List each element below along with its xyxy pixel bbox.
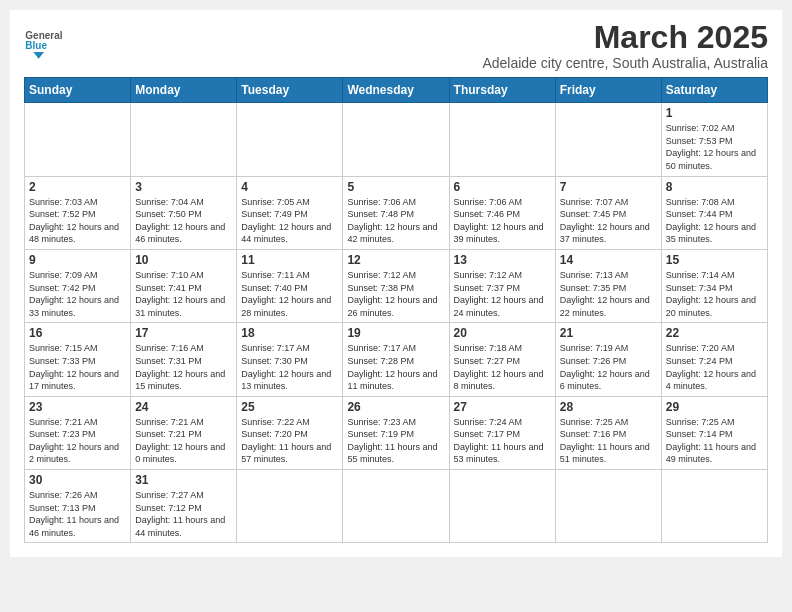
- day-info: Sunrise: 7:21 AM Sunset: 7:23 PM Dayligh…: [29, 416, 126, 466]
- day-number: 10: [135, 253, 232, 267]
- day-number: 15: [666, 253, 763, 267]
- day-number: 18: [241, 326, 338, 340]
- day-info: Sunrise: 7:18 AM Sunset: 7:27 PM Dayligh…: [454, 342, 551, 392]
- day-number: 21: [560, 326, 657, 340]
- title-block: March 2025 Adelaide city centre, South A…: [482, 20, 768, 71]
- day-number: 12: [347, 253, 444, 267]
- day-info: Sunrise: 7:17 AM Sunset: 7:28 PM Dayligh…: [347, 342, 444, 392]
- calendar-day: 23Sunrise: 7:21 AM Sunset: 7:23 PM Dayli…: [25, 396, 131, 469]
- page-subtitle: Adelaide city centre, South Australia, A…: [482, 55, 768, 71]
- day-number: 19: [347, 326, 444, 340]
- calendar-day: 12Sunrise: 7:12 AM Sunset: 7:38 PM Dayli…: [343, 249, 449, 322]
- day-number: 28: [560, 400, 657, 414]
- day-number: 2: [29, 180, 126, 194]
- day-number: 22: [666, 326, 763, 340]
- calendar-day: 15Sunrise: 7:14 AM Sunset: 7:34 PM Dayli…: [661, 249, 767, 322]
- calendar-day: 10Sunrise: 7:10 AM Sunset: 7:41 PM Dayli…: [131, 249, 237, 322]
- calendar-day: 25Sunrise: 7:22 AM Sunset: 7:20 PM Dayli…: [237, 396, 343, 469]
- day-number: 20: [454, 326, 551, 340]
- day-number: 16: [29, 326, 126, 340]
- day-info: Sunrise: 7:08 AM Sunset: 7:44 PM Dayligh…: [666, 196, 763, 246]
- calendar-day: 7Sunrise: 7:07 AM Sunset: 7:45 PM Daylig…: [555, 176, 661, 249]
- calendar-day: 31Sunrise: 7:27 AM Sunset: 7:12 PM Dayli…: [131, 470, 237, 543]
- logo-icon: General Blue: [24, 20, 64, 60]
- calendar-day: [237, 470, 343, 543]
- day-number: 9: [29, 253, 126, 267]
- day-info: Sunrise: 7:04 AM Sunset: 7:50 PM Dayligh…: [135, 196, 232, 246]
- day-number: 14: [560, 253, 657, 267]
- calendar-header-row: Sunday Monday Tuesday Wednesday Thursday…: [25, 78, 768, 103]
- day-number: 29: [666, 400, 763, 414]
- day-number: 3: [135, 180, 232, 194]
- day-number: 24: [135, 400, 232, 414]
- calendar-day: 13Sunrise: 7:12 AM Sunset: 7:37 PM Dayli…: [449, 249, 555, 322]
- calendar-day: 21Sunrise: 7:19 AM Sunset: 7:26 PM Dayli…: [555, 323, 661, 396]
- col-saturday: Saturday: [661, 78, 767, 103]
- calendar-day: 28Sunrise: 7:25 AM Sunset: 7:16 PM Dayli…: [555, 396, 661, 469]
- day-info: Sunrise: 7:25 AM Sunset: 7:14 PM Dayligh…: [666, 416, 763, 466]
- day-info: Sunrise: 7:24 AM Sunset: 7:17 PM Dayligh…: [454, 416, 551, 466]
- day-info: Sunrise: 7:11 AM Sunset: 7:40 PM Dayligh…: [241, 269, 338, 319]
- page-title: March 2025: [482, 20, 768, 55]
- col-monday: Monday: [131, 78, 237, 103]
- day-info: Sunrise: 7:27 AM Sunset: 7:12 PM Dayligh…: [135, 489, 232, 539]
- header: General Blue March 2025 Adelaide city ce…: [24, 20, 768, 71]
- calendar-day: [131, 103, 237, 176]
- day-info: Sunrise: 7:17 AM Sunset: 7:30 PM Dayligh…: [241, 342, 338, 392]
- calendar-day: 19Sunrise: 7:17 AM Sunset: 7:28 PM Dayli…: [343, 323, 449, 396]
- day-number: 25: [241, 400, 338, 414]
- day-number: 13: [454, 253, 551, 267]
- calendar-day: 5Sunrise: 7:06 AM Sunset: 7:48 PM Daylig…: [343, 176, 449, 249]
- day-info: Sunrise: 7:12 AM Sunset: 7:38 PM Dayligh…: [347, 269, 444, 319]
- calendar-day: [449, 103, 555, 176]
- col-friday: Friday: [555, 78, 661, 103]
- day-number: 26: [347, 400, 444, 414]
- day-info: Sunrise: 7:03 AM Sunset: 7:52 PM Dayligh…: [29, 196, 126, 246]
- calendar-day: [25, 103, 131, 176]
- day-info: Sunrise: 7:13 AM Sunset: 7:35 PM Dayligh…: [560, 269, 657, 319]
- calendar-week-2: 9Sunrise: 7:09 AM Sunset: 7:42 PM Daylig…: [25, 249, 768, 322]
- svg-text:General: General: [25, 30, 62, 41]
- calendar-day: 20Sunrise: 7:18 AM Sunset: 7:27 PM Dayli…: [449, 323, 555, 396]
- day-number: 30: [29, 473, 126, 487]
- day-info: Sunrise: 7:19 AM Sunset: 7:26 PM Dayligh…: [560, 342, 657, 392]
- day-info: Sunrise: 7:07 AM Sunset: 7:45 PM Dayligh…: [560, 196, 657, 246]
- col-thursday: Thursday: [449, 78, 555, 103]
- day-number: 27: [454, 400, 551, 414]
- day-number: 5: [347, 180, 444, 194]
- calendar-day: [343, 470, 449, 543]
- col-sunday: Sunday: [25, 78, 131, 103]
- calendar-day: 14Sunrise: 7:13 AM Sunset: 7:35 PM Dayli…: [555, 249, 661, 322]
- calendar-day: 26Sunrise: 7:23 AM Sunset: 7:19 PM Dayli…: [343, 396, 449, 469]
- calendar-day: 2Sunrise: 7:03 AM Sunset: 7:52 PM Daylig…: [25, 176, 131, 249]
- calendar-week-4: 23Sunrise: 7:21 AM Sunset: 7:23 PM Dayli…: [25, 396, 768, 469]
- calendar-day: [555, 103, 661, 176]
- calendar-day: 27Sunrise: 7:24 AM Sunset: 7:17 PM Dayli…: [449, 396, 555, 469]
- calendar-day: 9Sunrise: 7:09 AM Sunset: 7:42 PM Daylig…: [25, 249, 131, 322]
- calendar-day: 16Sunrise: 7:15 AM Sunset: 7:33 PM Dayli…: [25, 323, 131, 396]
- logo: General Blue: [24, 20, 64, 60]
- svg-marker-2: [33, 52, 44, 59]
- calendar-week-0: 1Sunrise: 7:02 AM Sunset: 7:53 PM Daylig…: [25, 103, 768, 176]
- day-info: Sunrise: 7:10 AM Sunset: 7:41 PM Dayligh…: [135, 269, 232, 319]
- day-number: 17: [135, 326, 232, 340]
- calendar-day: 22Sunrise: 7:20 AM Sunset: 7:24 PM Dayli…: [661, 323, 767, 396]
- day-number: 7: [560, 180, 657, 194]
- day-info: Sunrise: 7:16 AM Sunset: 7:31 PM Dayligh…: [135, 342, 232, 392]
- day-info: Sunrise: 7:26 AM Sunset: 7:13 PM Dayligh…: [29, 489, 126, 539]
- calendar-day: [555, 470, 661, 543]
- calendar-day: 18Sunrise: 7:17 AM Sunset: 7:30 PM Dayli…: [237, 323, 343, 396]
- day-number: 1: [666, 106, 763, 120]
- calendar-day: 3Sunrise: 7:04 AM Sunset: 7:50 PM Daylig…: [131, 176, 237, 249]
- calendar-day: 30Sunrise: 7:26 AM Sunset: 7:13 PM Dayli…: [25, 470, 131, 543]
- calendar-day: 4Sunrise: 7:05 AM Sunset: 7:49 PM Daylig…: [237, 176, 343, 249]
- calendar-day: 24Sunrise: 7:21 AM Sunset: 7:21 PM Dayli…: [131, 396, 237, 469]
- calendar-day: [237, 103, 343, 176]
- day-info: Sunrise: 7:20 AM Sunset: 7:24 PM Dayligh…: [666, 342, 763, 392]
- calendar-day: 11Sunrise: 7:11 AM Sunset: 7:40 PM Dayli…: [237, 249, 343, 322]
- day-number: 11: [241, 253, 338, 267]
- calendar-week-5: 30Sunrise: 7:26 AM Sunset: 7:13 PM Dayli…: [25, 470, 768, 543]
- day-number: 6: [454, 180, 551, 194]
- col-wednesday: Wednesday: [343, 78, 449, 103]
- calendar-day: 29Sunrise: 7:25 AM Sunset: 7:14 PM Dayli…: [661, 396, 767, 469]
